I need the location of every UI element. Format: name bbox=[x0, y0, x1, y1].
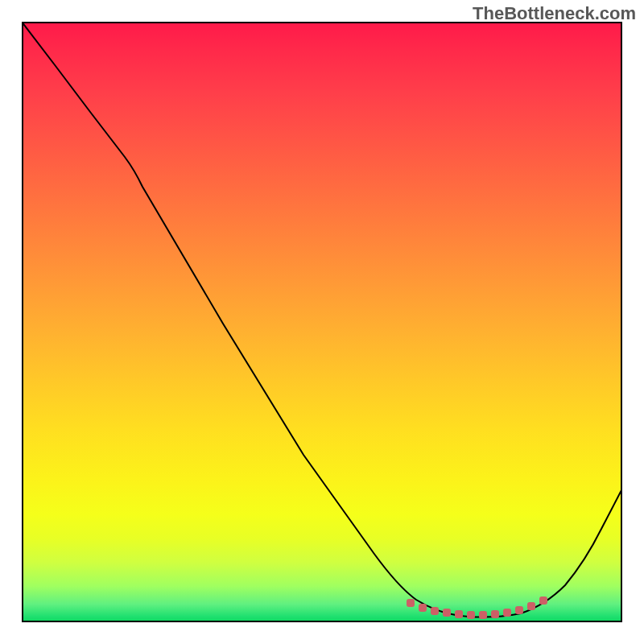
marker-dot bbox=[467, 611, 475, 619]
marker-dot bbox=[503, 609, 511, 617]
marker-dot bbox=[479, 611, 487, 619]
marker-dot bbox=[491, 610, 499, 618]
marker-dot bbox=[515, 606, 523, 614]
bottleneck-curve-line bbox=[22, 22, 622, 617]
watermark-text: TheBottleneck.com bbox=[473, 3, 636, 24]
chart-svg bbox=[22, 22, 622, 622]
marker-dot bbox=[527, 602, 535, 610]
marker-dot bbox=[455, 610, 463, 618]
chart-container: TheBottleneck.com bbox=[0, 0, 644, 644]
marker-dot bbox=[431, 607, 439, 615]
marker-dot bbox=[419, 604, 427, 612]
marker-dot bbox=[407, 599, 415, 607]
plot-area bbox=[22, 22, 622, 622]
marker-dot bbox=[539, 597, 547, 605]
marker-dot bbox=[443, 609, 451, 617]
optimal-range-markers bbox=[407, 597, 547, 619]
